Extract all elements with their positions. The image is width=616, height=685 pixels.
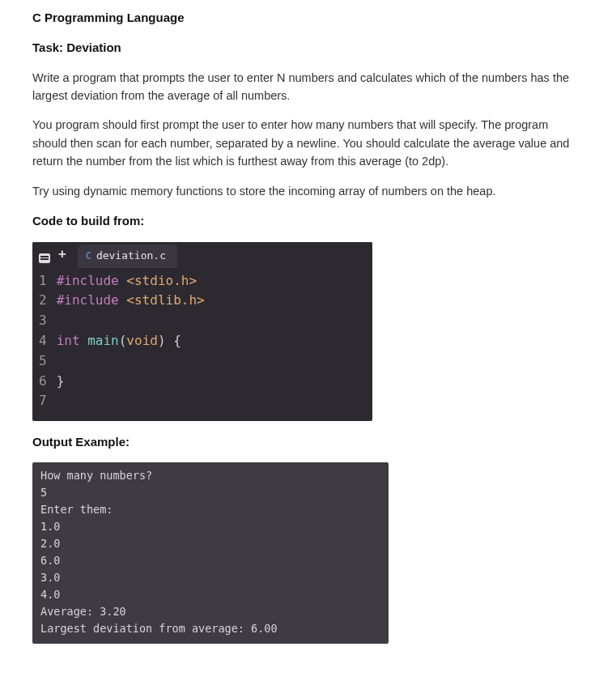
code-line: #include <stdlib.h> <box>57 291 366 311</box>
line-gutter: 1 2 3 4 5 6 7 <box>39 271 57 412</box>
line-number: 4 <box>39 331 47 351</box>
editor-body: 1 2 3 4 5 6 7 #include <stdio.h> #includ… <box>32 268 372 422</box>
editor-tab-bar: + C deviation.c <box>32 242 372 268</box>
code-line: #include <stdio.h> <box>57 271 366 291</box>
tab-filename: deviation.c <box>96 248 166 264</box>
line-number: 3 <box>39 311 47 331</box>
terminal-line: Average: 3.20 <box>40 603 380 620</box>
code-section-label: Code to build from: <box>32 211 584 230</box>
line-number: 6 <box>39 372 47 392</box>
terminal-line: Largest deviation from average: 6.00 <box>40 620 380 637</box>
terminal-line: 1.0 <box>40 518 380 535</box>
task-title: Task: Deviation <box>32 38 584 57</box>
new-tab-icon[interactable]: + <box>58 245 66 265</box>
terminal-line: 6.0 <box>40 552 380 569</box>
document-page: C Programming Language Task: Deviation W… <box>0 0 616 668</box>
code-line <box>57 391 366 411</box>
terminal-line: How many numbers? <box>40 467 380 484</box>
paragraph-2: You program should first prompt the user… <box>32 116 584 170</box>
terminal-output: How many numbers? 5 Enter them: 1.0 2.0 … <box>32 462 389 643</box>
line-number: 2 <box>39 291 47 311</box>
output-section-label: Output Example: <box>32 432 584 451</box>
page-title: C Programming Language <box>32 8 584 27</box>
code-line: int main(void) { <box>57 331 366 351</box>
code-editor: + C deviation.c 1 2 3 4 5 6 7 #include <… <box>32 242 372 422</box>
line-number: 5 <box>39 351 47 372</box>
paragraph-3: Try using dynamic memory functions to st… <box>32 182 584 200</box>
file-explorer-icon[interactable] <box>39 253 50 263</box>
terminal-line: 2.0 <box>40 535 380 552</box>
line-number: 7 <box>39 391 47 411</box>
terminal-line: Enter them: <box>40 501 380 518</box>
code-line <box>57 351 366 372</box>
terminal-line: 4.0 <box>40 586 380 603</box>
code-line: } <box>57 372 366 392</box>
terminal-line: 3.0 <box>40 569 380 586</box>
line-number: 1 <box>39 271 47 291</box>
tab-deviation[interactable]: C deviation.c <box>78 245 177 267</box>
terminal-line: 5 <box>40 484 380 501</box>
code-column[interactable]: #include <stdio.h> #include <stdlib.h> i… <box>57 271 366 412</box>
paragraph-1: Write a program that prompts the user to… <box>32 69 584 105</box>
code-line <box>57 311 366 331</box>
c-language-icon: C <box>86 249 91 264</box>
